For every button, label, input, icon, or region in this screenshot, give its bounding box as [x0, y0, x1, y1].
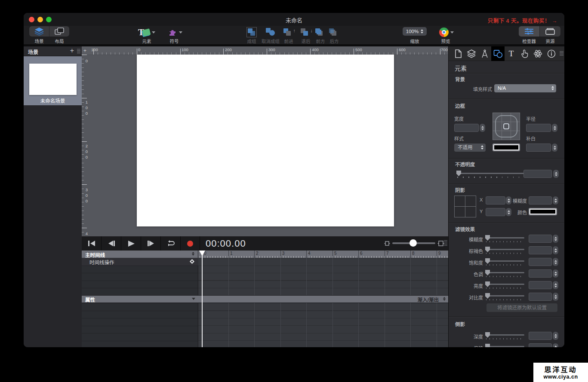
shadow-y-field[interactable]	[486, 208, 505, 216]
jump-to-start-button[interactable]	[82, 236, 102, 251]
scene-thumbnail[interactable]	[29, 64, 77, 95]
reflection-offset-field[interactable]	[529, 343, 552, 347]
record-button[interactable]	[181, 236, 200, 251]
reflection-depth-stepper[interactable]	[553, 332, 558, 340]
filter-saturation-field[interactable]	[529, 258, 552, 266]
filter-hue-slider[interactable]	[485, 269, 524, 276]
border-color-well[interactable]	[493, 144, 520, 151]
main-timeline-header[interactable]: 主时间线	[82, 251, 198, 258]
filter-sepia-field[interactable]	[529, 246, 552, 254]
reflection-offset-slider[interactable]	[485, 343, 524, 347]
properties-header[interactable]: 属性 渐入/渐出	[82, 295, 448, 303]
timeline-zoom-thumb[interactable]	[409, 239, 417, 247]
ungroup-button[interactable]	[260, 27, 281, 38]
bring-forward-button[interactable]: ↑	[281, 27, 296, 38]
tab-metrics[interactable]	[478, 46, 491, 61]
scene-canvas[interactable]	[137, 55, 394, 226]
time-tick: 4	[308, 251, 311, 256]
filter-blur-field[interactable]	[529, 235, 552, 243]
zoom-stepper[interactable]: 100%	[403, 27, 427, 36]
shadow-x-field[interactable]	[486, 196, 505, 205]
opacity-field[interactable]	[523, 170, 552, 178]
border-width-stepper[interactable]	[480, 124, 485, 132]
filter-saturation-stepper[interactable]	[553, 258, 558, 266]
ruler-label: 100	[84, 100, 89, 116]
zoom-out-icon[interactable]	[384, 241, 391, 246]
elements-button[interactable]: T	[135, 27, 159, 38]
border-width-field[interactable]	[454, 124, 479, 132]
tab-element[interactable]	[491, 46, 505, 61]
tab-physics[interactable]	[531, 46, 545, 61]
tabbar-grip-icon[interactable]	[560, 51, 563, 56]
reset-filters-button[interactable]: 将滤镜还原为默认设置	[486, 303, 557, 312]
border-padding-stepper[interactable]	[552, 144, 557, 152]
reflection-depth-slider[interactable]	[485, 332, 524, 339]
send-back-button[interactable]	[326, 27, 342, 38]
preview-button[interactable]	[437, 27, 456, 38]
timeline-ruler[interactable]: 0 1 2 3 4 5 6 7 8 9	[198, 251, 448, 258]
reflection-depth-field[interactable]	[529, 332, 552, 340]
border-sides-widget[interactable]	[493, 113, 520, 140]
tab-scene[interactable]	[465, 46, 478, 61]
keyframe-diamond-icon[interactable]	[190, 259, 194, 264]
ease-selector[interactable]: 渐入/渐出	[418, 296, 439, 303]
filter-brightness-slider[interactable]	[485, 281, 524, 288]
inspector-toggle-button[interactable]	[519, 26, 539, 37]
resources-toggle-button[interactable]	[539, 26, 560, 37]
fill-style-dropdown[interactable]: N/A	[494, 84, 556, 92]
step-back-button[interactable]	[102, 236, 121, 251]
shadow-blur-field[interactable]	[529, 196, 552, 205]
bring-front-button[interactable]	[313, 27, 328, 38]
buy-now-link[interactable]: 只剩下 4 天。现在购买！ →	[488, 16, 557, 24]
timeline-switcher-icon[interactable]	[192, 252, 194, 256]
filter-sepia-stepper[interactable]	[553, 246, 558, 254]
filter-contrast-field[interactable]	[529, 293, 552, 301]
group-button[interactable]	[244, 27, 259, 38]
send-backward-button[interactable]: ↓	[298, 27, 314, 38]
filter-blur-slider[interactable]	[485, 235, 524, 241]
filter-hue-stepper[interactable]	[553, 269, 558, 278]
add-scene-button[interactable]: +	[70, 47, 74, 55]
filter-contrast-slider[interactable]	[485, 293, 524, 299]
filter-saturation-slider[interactable]	[485, 258, 524, 265]
scenes-sidebar: 场景 + 未命名场景	[24, 46, 82, 347]
border-section-label: 边框	[455, 102, 465, 109]
canvas-area[interactable]: 100 0 100 200 300 400 500 600 700 + 0 10…	[82, 46, 448, 236]
shadow-color-well[interactable]	[529, 208, 557, 215]
tab-document[interactable]	[451, 46, 465, 61]
scenes-button[interactable]	[29, 26, 49, 37]
ease-stepper-icon[interactable]	[443, 297, 446, 301]
filter-contrast-stepper[interactable]	[553, 293, 558, 301]
layouts-button[interactable]	[49, 26, 69, 37]
transport-grip-icon[interactable]	[444, 240, 447, 246]
shadow-direction-widget[interactable]	[454, 196, 476, 217]
border-radius-field[interactable]	[526, 124, 551, 132]
scene-list-item-selected[interactable]: 未命名场景	[24, 56, 82, 105]
tab-identity[interactable]	[545, 46, 558, 61]
reflection-offset-stepper[interactable]	[553, 343, 558, 347]
filter-brightness-stepper[interactable]	[553, 281, 558, 289]
tab-actions[interactable]	[518, 46, 531, 61]
sidebar-grip-icon[interactable]	[77, 49, 80, 53]
app-window: 未命名 只剩下 4 天。现在购买！ →	[24, 13, 564, 347]
loop-button[interactable]	[161, 236, 181, 251]
send-back-icon	[329, 28, 339, 37]
playhead-line[interactable]	[202, 251, 203, 347]
border-style-dropdown[interactable]: 不适用	[454, 144, 486, 152]
filter-blur-stepper[interactable]	[553, 235, 558, 243]
filter-hue-field[interactable]	[529, 269, 552, 278]
tab-text[interactable]: T	[505, 46, 518, 61]
symbols-button[interactable]	[166, 27, 185, 38]
chevron-down-icon[interactable]	[192, 298, 195, 300]
timeline-actions-row[interactable]: 时间线操作	[82, 258, 198, 266]
shadow-blur-stepper[interactable]	[553, 196, 558, 205]
opacity-stepper[interactable]	[553, 170, 559, 178]
filter-sepia-slider[interactable]	[485, 246, 524, 253]
slider-thumb[interactable]	[456, 171, 461, 176]
border-padding-field[interactable]	[526, 144, 551, 152]
filter-brightness-field[interactable]	[529, 281, 552, 289]
border-radius-stepper[interactable]	[552, 124, 557, 132]
opacity-slider[interactable]	[456, 170, 524, 177]
step-forward-button[interactable]	[141, 236, 161, 251]
play-button[interactable]	[121, 236, 141, 251]
